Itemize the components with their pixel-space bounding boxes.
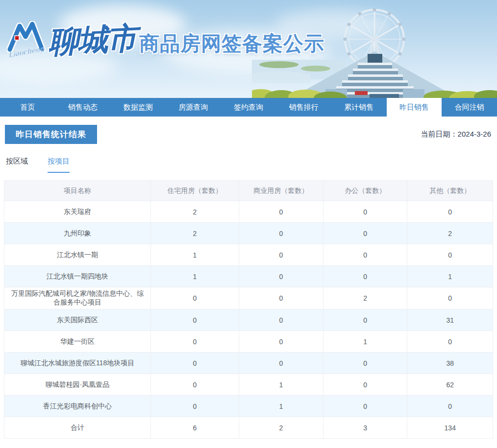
title-bar: 昨日销售统计结果 当前日期：2024-3-26 [4,125,493,144]
nav-item-listing-query[interactable]: 房源查询 [166,98,221,117]
project-name-cell: 东关国际西区 [4,309,151,331]
view-subtabs: 按区域 按项目 [6,157,493,173]
project-name-cell: 万里国际汽配城司机之家/物流信息中心、综合服务中心项目 [4,287,151,309]
brand-name: 聊城市 [47,17,137,63]
table-row: 江北水镇一期 1 0 0 0 [4,244,493,266]
col-header-other: 其他（套数） [407,181,493,201]
nav-item-contract-cancel[interactable]: 合同注销 [442,98,497,117]
project-name-cell: 香江光彩电商科创中心 [4,396,151,417]
subtab-by-region[interactable]: 按区域 [6,157,28,173]
project-name-cell: 江北水镇一期四地块 [4,266,151,287]
subtab-by-project[interactable]: 按项目 [48,157,70,173]
nav-item-contract-query[interactable]: 签约查询 [221,98,276,117]
sales-stats-table: 项目名称 住宅用房（套数） 商业用房（套数） 办公（套数） 其他（套数） 东关瑞… [4,180,493,439]
nav-item-cumulative-sales[interactable]: 累计销售 [331,98,387,117]
table-row: 华建一街区 0 0 1 0 [4,331,493,353]
project-name-cell: 聊城碧桂园·凤凰壹品 [4,374,151,396]
col-header-project-name: 项目名称 [4,181,151,201]
current-date: 当前日期：2024-3-26 [421,130,492,139]
col-header-office: 办公（套数） [323,181,407,201]
table-row-total: 合计 6 2 3 134 [4,417,493,439]
header-banner: Liaocheng 聊城市 商品房网签备案公示 [0,0,497,98]
nav-item-data-monitor[interactable]: 数据监测 [110,98,166,117]
col-header-residential: 住宅用房（套数） [151,181,239,201]
table-row: 聊城碧桂园·凤凰壹品 0 1 0 62 [4,374,493,396]
nav-item-yesterday-sales[interactable]: 昨日销售 [387,98,442,117]
project-name-cell: 东关瑞府 [4,201,151,223]
table-row: 东关瑞府 2 0 0 0 [4,201,493,223]
nav-item-sales-dynamics[interactable]: 销售动态 [55,98,111,117]
table-row: 江北水镇一期四地块 1 0 0 1 [4,266,493,287]
project-name-cell: 九州印象 [4,223,151,244]
table-row: 聊城江北水城旅游度假区118地块项目 0 0 0 38 [4,353,493,374]
table-row: 香江光彩电商科创中心 0 1 0 0 [4,396,493,417]
main-nav: 首页 销售动态 数据监测 房源查询 签约查询 销售排行 累计销售 昨日销售 合同… [0,98,497,117]
project-name-cell: 江北水镇一期 [4,244,151,266]
main-content: 昨日销售统计结果 当前日期：2024-3-26 按区域 按项目 项目名称 住宅用… [0,117,497,439]
table-row: 九州印象 2 0 0 2 [4,223,493,244]
project-name-cell: 华建一街区 [4,331,151,353]
liaocheng-logo-icon: Liaocheng [7,21,48,59]
nav-item-sales-ranking[interactable]: 销售排行 [276,98,331,117]
table-row: 东关国际西区 0 0 0 31 [4,309,493,331]
site-title: 商品房网签备案公示 [139,24,324,57]
table-row: 万里国际汽配城司机之家/物流信息中心、综合服务中心项目 0 0 2 0 [4,287,493,309]
col-header-commercial: 商业用房（套数） [239,181,323,201]
table-header-row: 项目名称 住宅用房（套数） 商业用房（套数） 办公（套数） 其他（套数） [4,181,493,201]
nav-item-home[interactable]: 首页 [0,98,55,117]
total-label-cell: 合计 [4,417,151,439]
page-title: 昨日销售统计结果 [5,125,97,144]
project-name-cell: 聊城江北水城旅游度假区118地块项目 [4,353,151,374]
